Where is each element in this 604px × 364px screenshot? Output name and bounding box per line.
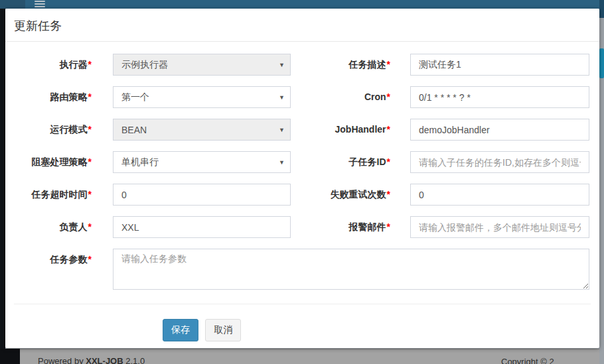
block-strategy-select-value: 单机串行 <box>121 156 159 168</box>
product-name: XXL-JOB <box>86 356 123 364</box>
glue-type-label: 运行模式* <box>5 119 92 141</box>
update-job-modal: 更新任务 执行器* 示例执行器 ▼ 任务描述* 路由策略* 第一个 ▼ Cron… <box>5 9 599 348</box>
scrollbar-top-segment <box>599 0 604 18</box>
powered-by-label: Powered by <box>38 356 84 364</box>
sidebar-edge <box>0 9 5 364</box>
timeout-input[interactable] <box>113 184 291 206</box>
executor-select-value: 示例执行器 <box>121 59 168 71</box>
jobhandler-label: JobHandler* <box>291 119 390 141</box>
scrollbar-thumb[interactable] <box>599 48 604 78</box>
form-row: 负责人* 报警邮件* <box>5 216 599 238</box>
form-row: 任务参数* <box>5 249 599 290</box>
required-asterisk: * <box>387 221 390 232</box>
hamburger-icon[interactable] <box>35 1 45 9</box>
chevron-down-icon: ▼ <box>279 159 285 166</box>
job-param-label: 任务参数* <box>5 249 92 290</box>
executor-select[interactable]: 示例执行器 ▼ <box>113 54 291 76</box>
required-asterisk: * <box>88 124 92 135</box>
fail-retry-input[interactable] <box>410 184 589 206</box>
author-label: 负责人* <box>5 216 92 238</box>
product-version: 2.1.0 <box>125 356 145 364</box>
required-asterisk: * <box>387 59 390 70</box>
form-row: 路由策略* 第一个 ▼ Cron* <box>5 86 599 108</box>
form-row: 运行模式* BEAN ▼ JobHandler* <box>5 119 599 141</box>
required-asterisk: * <box>387 189 390 200</box>
modal-header: 更新任务 <box>5 9 599 42</box>
modal-actions: 保存 取消 <box>163 319 599 341</box>
timeout-label: 任务超时时间* <box>5 184 92 206</box>
child-jobid-label: 子任务ID* <box>291 151 390 173</box>
route-strategy-select-value: 第一个 <box>121 91 149 103</box>
jobhandler-input[interactable] <box>410 119 589 141</box>
required-asterisk: * <box>387 156 390 167</box>
required-asterisk: * <box>387 91 390 102</box>
required-asterisk: * <box>88 254 92 265</box>
top-navbar <box>0 0 604 9</box>
sidebar-footer-corner <box>0 349 20 364</box>
author-input[interactable] <box>113 216 291 238</box>
route-strategy-label: 路由策略* <box>5 86 92 108</box>
job-desc-input[interactable] <box>410 54 589 76</box>
powered-by-text: Powered by XXL-JOB 2.1.0 <box>38 356 145 364</box>
form-divider <box>14 304 591 304</box>
executor-label: 执行器* <box>5 54 92 76</box>
cancel-button[interactable]: 取消 <box>205 319 241 341</box>
required-asterisk: * <box>88 221 92 232</box>
cron-input[interactable] <box>410 86 589 108</box>
required-asterisk: * <box>88 156 92 167</box>
child-jobid-input[interactable] <box>410 151 589 173</box>
job-param-textarea[interactable] <box>113 249 589 290</box>
required-asterisk: * <box>88 59 92 70</box>
glue-type-select[interactable]: BEAN ▼ <box>113 119 291 141</box>
cron-label: Cron* <box>291 86 390 108</box>
job-desc-label: 任务描述* <box>291 54 390 76</box>
navbar-logo-area <box>0 0 25 9</box>
required-asterisk: * <box>88 91 92 102</box>
block-strategy-select[interactable]: 单机串行 ▼ <box>113 151 291 173</box>
glue-type-select-value: BEAN <box>121 125 147 135</box>
chevron-down-icon: ▼ <box>279 94 285 101</box>
save-button[interactable]: 保存 <box>163 319 198 341</box>
update-job-form: 执行器* 示例执行器 ▼ 任务描述* 路由策略* 第一个 ▼ Cron* 运行模… <box>5 42 599 341</box>
page-footer: Powered by XXL-JOB 2.1.0 Copyright © 2 <box>20 349 599 364</box>
form-row: 任务超时时间* 失败重试次数* <box>5 184 599 206</box>
fail-retry-label: 失败重试次数* <box>291 184 390 206</box>
route-strategy-select[interactable]: 第一个 ▼ <box>113 86 291 108</box>
form-row: 阻塞处理策略* 单机串行 ▼ 子任务ID* <box>5 151 599 173</box>
required-asterisk: * <box>88 189 92 200</box>
chevron-down-icon: ▼ <box>279 62 285 68</box>
modal-title: 更新任务 <box>14 19 62 32</box>
required-asterisk: * <box>387 124 390 135</box>
copyright-text: Copyright © 2 <box>501 357 554 364</box>
vertical-scrollbar[interactable] <box>599 0 604 364</box>
form-row: 执行器* 示例执行器 ▼ 任务描述* <box>5 54 599 76</box>
alarm-email-label: 报警邮件* <box>291 216 390 238</box>
chevron-down-icon: ▼ <box>279 127 285 133</box>
alarm-email-input[interactable] <box>410 216 589 238</box>
block-strategy-label: 阻塞处理策略* <box>5 151 92 173</box>
